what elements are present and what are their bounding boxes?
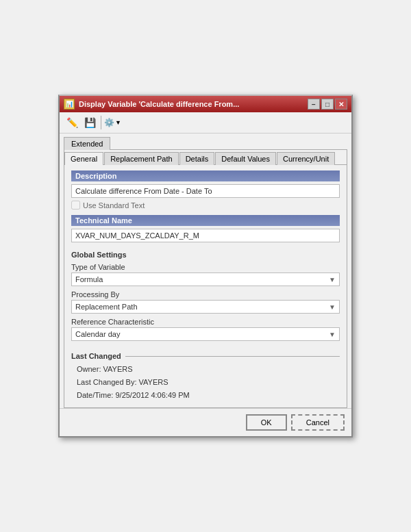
restore-button[interactable]: □ [321, 99, 334, 110]
global-settings-header-row: Global Settings [71, 251, 340, 259]
datetime-label: Date/Time: [77, 391, 113, 399]
reference-characteristic-select[interactable]: Calendar day ▼ [71, 327, 340, 341]
toolbar: ✏️ 💾 ⚙️ ▼ [60, 112, 351, 134]
dropdown-arrow-icon: ▼ [115, 119, 121, 126]
owner-value: VAYERS [103, 365, 133, 373]
type-of-variable-select[interactable]: Formula ▼ [71, 273, 340, 286]
close-button[interactable]: ✕ [335, 99, 347, 110]
outer-tab-row: Extended [64, 136, 347, 149]
tab-general[interactable]: General [64, 152, 103, 165]
type-of-variable-value: Formula [75, 275, 103, 283]
type-of-variable-label: Type of Variable [71, 263, 340, 271]
changed-by-value: VAYERS [139, 378, 169, 386]
reference-characteristic-label: Reference Characteristic [71, 318, 340, 326]
description-input[interactable] [71, 184, 340, 198]
datetime-value: 9/25/2012 4:06:49 PM [115, 391, 189, 399]
type-of-variable-arrow-icon: ▼ [329, 276, 336, 283]
reference-characteristic-arrow-icon: ▼ [329, 331, 336, 338]
global-settings-title: Global Settings [71, 251, 127, 259]
minimize-button[interactable]: − [308, 99, 320, 110]
title-bar-left: 📊 Display Variable 'Calculate difference… [64, 99, 239, 110]
tab-details[interactable]: Details [179, 152, 215, 165]
settings-toolbar-button[interactable]: ⚙️ ▼ [104, 118, 121, 127]
processing-by-label: Processing By [71, 290, 340, 299]
last-changed-separator [125, 356, 340, 357]
tab-default-values[interactable]: Default Values [215, 152, 276, 165]
technical-name-header: Technical Name [71, 215, 340, 226]
window-title: Display Variable 'Calculate difference F… [79, 100, 239, 108]
footer: OK Cancel [60, 408, 351, 436]
last-changed-header: Last Changed [71, 352, 340, 360]
main-tabs-container: General Replacement Path Details Default… [64, 149, 347, 407]
owner-row: Owner: VAYERS [77, 363, 340, 376]
changed-by-label: Last Changed By: [77, 378, 136, 386]
use-standard-text-label: Use Standard Text [83, 201, 145, 210]
last-changed-info: Owner: VAYERS Last Changed By: VAYERS Da… [71, 363, 340, 401]
settings-icon: ⚙️ [104, 118, 114, 127]
outer-tabs: Extended [60, 134, 351, 149]
use-standard-text-row: Use Standard Text [71, 201, 340, 210]
reference-characteristic-value: Calendar day [75, 330, 120, 338]
tab-currency-unit[interactable]: Currency/Unit [277, 152, 335, 165]
edit-toolbar-button[interactable]: ✏️ [64, 115, 80, 130]
last-changed-title: Last Changed [71, 352, 121, 360]
tab-extended[interactable]: Extended [64, 137, 110, 150]
datetime-row: Date/Time: 9/25/2012 4:06:49 PM [77, 389, 340, 402]
main-window: 📊 Display Variable 'Calculate difference… [58, 94, 353, 437]
last-changed-section: Last Changed Owner: VAYERS Last Changed … [71, 348, 340, 401]
content-area: Description Use Standard Text Technical … [64, 165, 347, 407]
processing-by-select[interactable]: Replacement Path ▼ [71, 300, 340, 314]
save-toolbar-button[interactable]: 💾 [82, 115, 98, 130]
processing-by-arrow-icon: ▼ [329, 303, 336, 311]
cancel-button[interactable]: Cancel [291, 414, 345, 431]
title-buttons: − □ ✕ [308, 99, 347, 110]
technical-name-input[interactable] [71, 229, 340, 242]
title-bar: 📊 Display Variable 'Calculate difference… [60, 96, 351, 112]
changed-by-row: Last Changed By: VAYERS [77, 376, 340, 389]
main-tab-row: General Replacement Path Details Default… [64, 150, 347, 165]
use-standard-text-checkbox[interactable] [71, 201, 80, 210]
tab-replacement-path[interactable]: Replacement Path [104, 152, 179, 165]
toolbar-separator [101, 116, 101, 129]
window-icon: 📊 [64, 99, 75, 110]
description-header: Description [71, 170, 340, 181]
ok-button[interactable]: OK [246, 414, 287, 431]
processing-by-value: Replacement Path [75, 303, 138, 311]
owner-label: Owner: [77, 365, 101, 373]
